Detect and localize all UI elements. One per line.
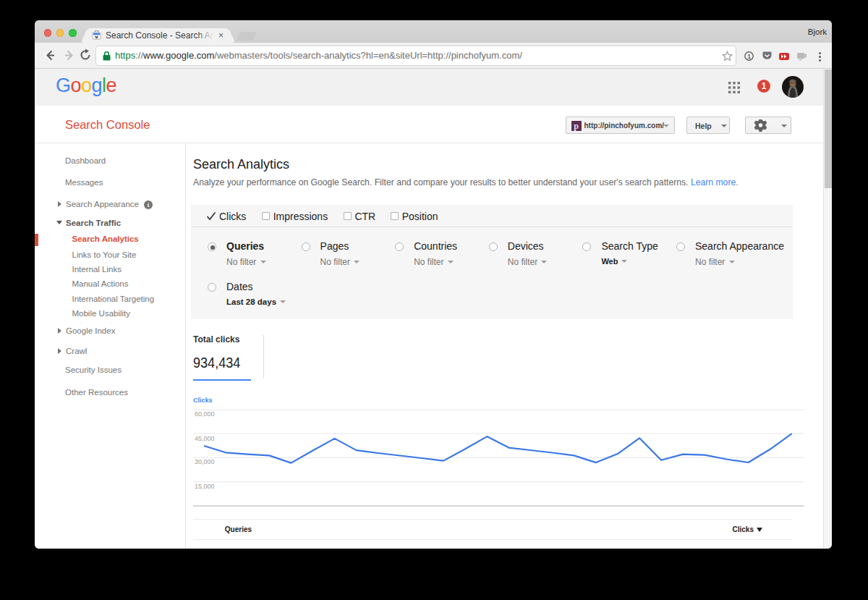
svg-text:1: 1 bbox=[747, 53, 751, 60]
